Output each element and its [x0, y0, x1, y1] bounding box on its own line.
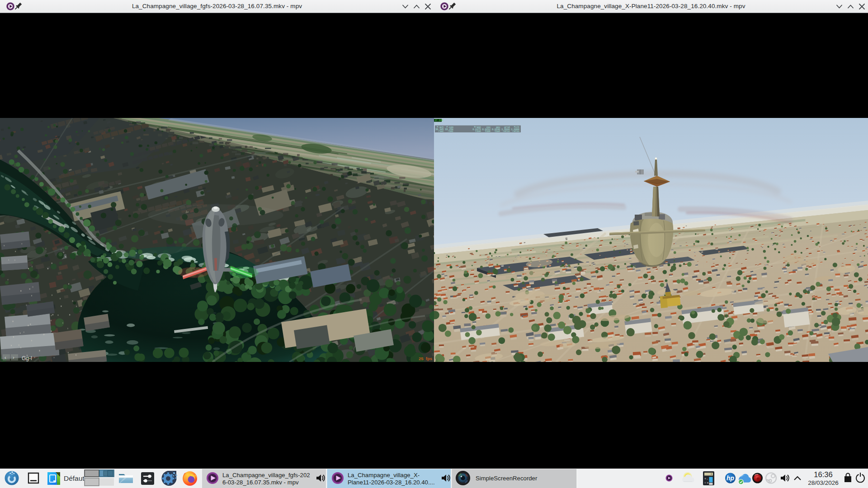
svg-text:Défaut: Défaut [64, 474, 85, 482]
svg-text:›: › [13, 355, 14, 360]
svg-text:÷: ÷ [704, 481, 706, 484]
svg-text:25 fps: 25 fps [419, 356, 432, 361]
svg-text:28/03/2026: 28/03/2026 [808, 479, 839, 486]
svg-text:37 IPS: 37 IPS [434, 119, 443, 122]
svg-text:+: + [704, 477, 706, 480]
svg-text:hp: hp [726, 474, 735, 482]
svg-text:×: × [707, 481, 709, 484]
svg-text:‹: ‹ [5, 355, 6, 360]
svg-text:La_Champagne_village_fgfs-2026: La_Champagne_village_fgfs-2026-03-28_16.… [222, 472, 310, 486]
svg-text:Gg-l: Gg-l [22, 355, 32, 361]
svg-text:/sec /sec tim: /sec /sec time time time ratio ratio [435, 130, 519, 133]
svg-text:16:36: 16:36 [814, 470, 832, 479]
svg-text:SimpleScreenRecorder: SimpleScreenRecorder [476, 475, 538, 482]
